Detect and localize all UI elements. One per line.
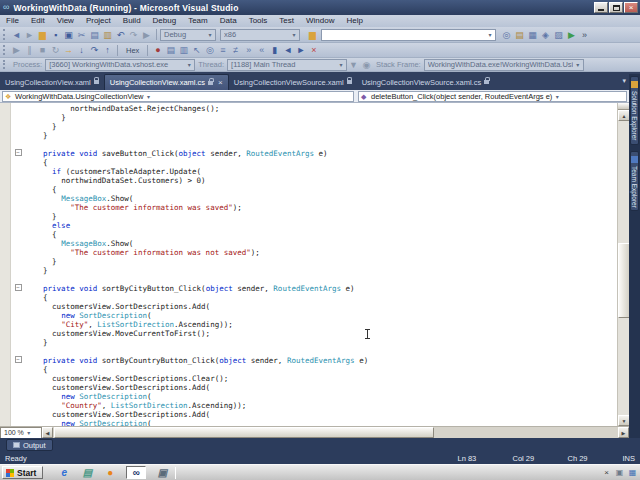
show-next-statement-icon[interactable]: → — [62, 44, 75, 56]
show-desktop-icon[interactable]: ▤ — [80, 466, 94, 479]
code-lines[interactable]: northwindDataSet.RejectChanges(); } } } … — [25, 103, 629, 426]
solution-explorer-icon[interactable]: ▤ — [513, 29, 526, 41]
menu-item-project[interactable]: Project — [80, 15, 117, 27]
stop-debugging-icon[interactable]: ■ — [36, 44, 49, 56]
breakpoint-margin[interactable] — [0, 103, 11, 426]
add-item-icon[interactable]: ▆ — [306, 29, 319, 41]
collapse-box[interactable]: − — [15, 356, 22, 363]
step-out-icon[interactable]: ↑ — [101, 44, 114, 56]
next-bookmark-icon[interactable]: ► — [294, 44, 307, 56]
menu-item-edit[interactable]: Edit — [25, 15, 51, 27]
close-button[interactable]: × — [624, 2, 638, 13]
side-tab-team-explorer[interactable]: Team Explorer — [630, 151, 639, 212]
toggle-bookmark-icon[interactable]: ▮ — [268, 44, 281, 56]
menu-item-tools[interactable]: Tools — [243, 15, 274, 27]
tray-network-icon[interactable]: ▦ — [628, 468, 637, 477]
document-tab[interactable]: UsingCollectionViewSource.xaml — [229, 74, 357, 90]
start-button[interactable]: Start — [2, 466, 43, 479]
thread-combo[interactable]: [1188] Main Thread▾ — [227, 59, 347, 71]
menu-item-data[interactable]: Data — [214, 15, 243, 27]
members-combo[interactable]: ◆ deleteButton_Click(object sender, Rout… — [358, 91, 627, 102]
hex-toggle-button[interactable]: Hex — [121, 44, 144, 56]
indent-icon[interactable]: » — [242, 44, 255, 56]
object-browser-icon[interactable]: ◈ — [539, 29, 552, 41]
toolbar-grip[interactable] — [3, 45, 7, 55]
document-tab[interactable]: UsingCollectionView.xaml — [0, 74, 104, 90]
document-tab[interactable]: UsingCollectionView.xaml.cs× — [104, 74, 229, 90]
minimize-button[interactable] — [594, 2, 608, 13]
app-window-icon[interactable]: ▣ — [155, 466, 169, 479]
menu-item-team[interactable]: Team — [182, 15, 214, 27]
document-tab[interactable]: UsingCollectionViewSource.xaml.cs — [357, 74, 495, 90]
menu-item-view[interactable]: View — [51, 15, 80, 27]
toolbox-icon[interactable]: ▨ — [552, 29, 565, 41]
internet-explorer-icon[interactable]: e — [57, 466, 71, 479]
immediate-window-icon[interactable]: ▥ — [177, 44, 190, 56]
start-debugging-icon[interactable]: ▶ — [140, 29, 153, 41]
outline-margin[interactable]: −−− — [11, 103, 25, 426]
vertical-scrollbar[interactable]: ▲ ▼ — [617, 103, 629, 426]
navigate-forward-icon[interactable]: ► — [23, 29, 36, 41]
tab-close-icon[interactable]: × — [218, 78, 223, 87]
stack-frame-combo[interactable]: WorkingWithData.exe!WorkingWithData.Usin… — [424, 59, 584, 71]
menu-item-help[interactable]: Help — [340, 15, 368, 27]
menu-item-test[interactable]: Test — [273, 15, 300, 27]
step-into-icon[interactable]: ↓ — [75, 44, 88, 56]
scroll-right-button[interactable]: ▶ — [618, 427, 629, 438]
properties-window-icon[interactable]: ▦ — [526, 29, 539, 41]
cut-icon[interactable]: ✂ — [75, 29, 88, 41]
output-panel-tab[interactable]: Output — [6, 439, 53, 451]
split-handle[interactable] — [618, 103, 629, 110]
horizontal-scrollbar[interactable] — [53, 427, 618, 439]
uncomment-icon[interactable]: ≠ — [229, 44, 242, 56]
process-combo[interactable]: [3660] WorkingWithData.vshost.exe▾ — [45, 59, 195, 71]
menu-item-file[interactable]: File — [0, 15, 25, 27]
undo-icon[interactable]: ↶ — [114, 29, 127, 41]
side-tab-solution-explorer[interactable]: Solution Explorer — [630, 76, 639, 145]
maximize-button[interactable] — [609, 2, 623, 13]
scroll-left-button[interactable]: ◀ — [42, 427, 53, 438]
save-all-icon[interactable]: ▣ — [62, 29, 75, 41]
thread-filter-icon[interactable]: ▼ — [347, 59, 360, 71]
output-window-icon[interactable]: ▤ — [164, 44, 177, 56]
collapse-box[interactable]: − — [15, 149, 22, 156]
copy-icon[interactable]: ▤ — [88, 29, 101, 41]
visual-studio-icon[interactable]: ∞ — [126, 466, 146, 479]
toolbar-grip[interactable] — [3, 29, 7, 40]
collapse-box[interactable]: − — [15, 284, 22, 291]
continue-icon[interactable]: ▶ — [10, 44, 23, 56]
restart-icon[interactable]: ↻ — [49, 44, 62, 56]
find-symbol-icon[interactable]: ◎ — [203, 44, 216, 56]
scroll-up-button[interactable]: ▲ — [618, 110, 629, 121]
menu-item-build[interactable]: Build — [117, 15, 147, 27]
tray-display-icon[interactable]: ▣ — [615, 468, 624, 477]
solution-config-combo[interactable]: Debug▾ — [160, 29, 216, 41]
find-in-files-icon[interactable]: ◎ — [500, 29, 513, 41]
redo-icon[interactable]: ↷ — [127, 29, 140, 41]
paste-icon[interactable]: ▥ — [101, 29, 114, 41]
platform-combo[interactable]: x86▾ — [220, 29, 300, 41]
code-editor[interactable]: −−− northwindDataSet.RejectChanges(); } … — [0, 103, 629, 426]
prev-bookmark-icon[interactable]: ◄ — [281, 44, 294, 56]
clear-bookmarks-icon[interactable]: × — [307, 44, 320, 56]
find-combo[interactable]: ▾ — [321, 29, 496, 41]
comment-icon[interactable]: ≡ — [216, 44, 229, 56]
menu-item-window[interactable]: Window — [300, 15, 340, 27]
navigate-backward-icon[interactable]: ◄ — [10, 29, 23, 41]
step-over-icon[interactable]: ↷ — [88, 44, 101, 56]
toolbar-grip[interactable] — [3, 60, 7, 69]
zoom-combo[interactable]: 100 %▾ — [0, 427, 42, 439]
tab-list-dropdown[interactable]: ▾ — [622, 77, 626, 85]
breakpoints-window-icon[interactable]: ● — [151, 44, 164, 56]
toolbar-options-icon[interactable]: » — [578, 29, 591, 41]
scroll-down-button[interactable]: ▼ — [618, 415, 629, 426]
media-player-icon[interactable]: ● — [103, 466, 117, 479]
save-icon[interactable]: ▪ — [49, 29, 62, 41]
menu-item-debug[interactable]: Debug — [147, 15, 183, 27]
vertical-scroll-thumb[interactable] — [618, 243, 629, 318]
tray-status-icon[interactable]: × — [602, 468, 611, 477]
types-combo[interactable]: ❖ WorkingWithData.UsingCollectionView▾ — [2, 91, 354, 102]
flag-threads-icon[interactable]: ◉ — [360, 59, 373, 71]
pointer-icon[interactable]: ↖ — [190, 44, 203, 56]
horizontal-scroll-thumb[interactable] — [54, 427, 434, 438]
